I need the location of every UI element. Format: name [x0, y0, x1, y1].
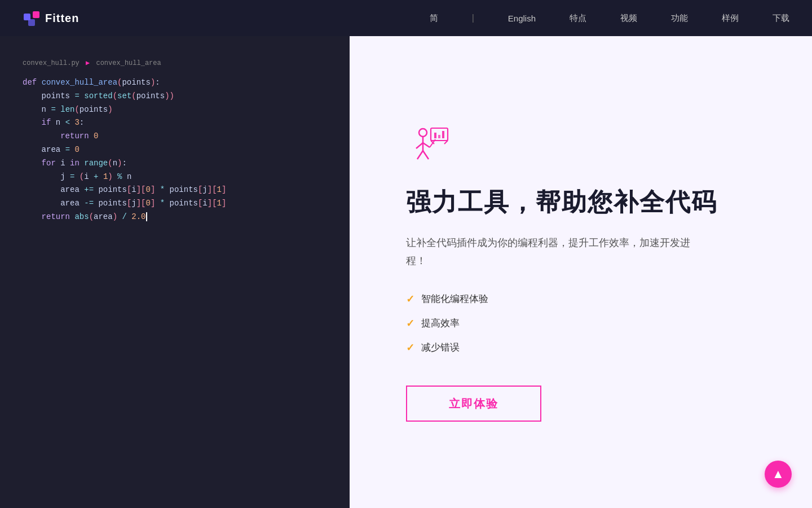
cta-button[interactable]: 立即体验	[406, 386, 541, 422]
code-block: def convex_hull_area(points): points = s…	[23, 76, 333, 224]
navbar: Fitten 简 | English 特点 视频 功能 样例 下载	[0, 0, 812, 36]
checklist-label-1: 智能化编程体验	[421, 292, 488, 305]
nav-links: 简 | English 特点 视频 功能 样例 下载	[430, 13, 789, 24]
nav-examples[interactable]: 样例	[722, 13, 739, 24]
nav-functions[interactable]: 功能	[671, 13, 688, 24]
svg-rect-9	[431, 128, 448, 141]
checklist-item-1: ✓ 智能化编程体验	[406, 292, 767, 305]
function-name-header: convex_hull_area	[96, 59, 161, 67]
checklist-item-3: ✓ 减少错误	[406, 341, 767, 354]
file-path: convex_hull.py	[23, 59, 80, 67]
svg-rect-1	[33, 11, 39, 18]
svg-line-6	[423, 143, 430, 147]
svg-rect-2	[28, 19, 35, 26]
svg-rect-14	[442, 131, 444, 138]
logo-text: Fitten	[45, 12, 79, 25]
svg-line-8	[423, 151, 429, 159]
page-wrapper: convex_hull.py ▶ convex_hull_area def co…	[0, 0, 812, 508]
svg-rect-12	[434, 133, 436, 138]
feature-panel: 强力工具，帮助您补全代码 让补全代码插件成为你的编程利器，提升工作效率，加速开发…	[350, 36, 812, 508]
svg-rect-13	[438, 135, 440, 138]
logo[interactable]: Fitten	[23, 9, 79, 27]
scroll-to-top-button[interactable]: ▲	[765, 461, 792, 488]
feature-description: 让补全代码插件成为你的编程利器，提升工作效率，加速开发进程！	[406, 234, 699, 270]
feature-title: 强力工具，帮助您补全代码	[406, 186, 767, 218]
svg-line-7	[417, 151, 423, 159]
nav-lang-en[interactable]: English	[508, 14, 536, 23]
checklist-label-2: 提高效率	[421, 317, 460, 330]
check-icon-3: ✓	[406, 341, 414, 354]
svg-point-3	[419, 129, 427, 137]
logo-icon	[23, 9, 41, 27]
feature-icon-wrapper	[406, 122, 767, 170]
nav-video[interactable]: 视频	[620, 13, 637, 24]
arrow-icon: ▶	[86, 59, 90, 67]
code-panel: convex_hull.py ▶ convex_hull_area def co…	[0, 36, 350, 508]
presenter-icon	[406, 122, 451, 168]
nav-lang-separator: |	[472, 13, 474, 23]
check-icon-1: ✓	[406, 293, 414, 305]
svg-line-5	[416, 143, 423, 148]
nav-features[interactable]: 特点	[570, 13, 586, 24]
code-file-header: convex_hull.py ▶ convex_hull_area	[23, 59, 333, 67]
check-icon-2: ✓	[406, 317, 414, 330]
nav-download[interactable]: 下载	[773, 13, 789, 24]
nav-lang-zh[interactable]: 简	[430, 13, 438, 24]
feature-checklist: ✓ 智能化编程体验 ✓ 提高效率 ✓ 减少错误	[406, 292, 767, 354]
checklist-label-3: 减少错误	[421, 341, 460, 354]
checklist-item-2: ✓ 提高效率	[406, 317, 767, 330]
